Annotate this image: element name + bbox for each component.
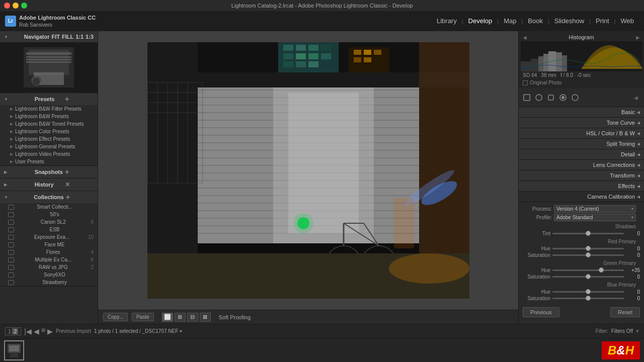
copy-button[interactable]: Copy... bbox=[103, 313, 128, 321]
view-compare-button[interactable]: ⊟ bbox=[187, 313, 198, 322]
blue-hue-slider[interactable] bbox=[552, 291, 624, 293]
filmstrip-start-button[interactable]: |◀ bbox=[24, 327, 32, 335]
tint-slider[interactable] bbox=[552, 233, 624, 234]
svg-rect-16 bbox=[321, 45, 331, 51]
red-hue-slider[interactable] bbox=[552, 248, 624, 249]
transform-label: Transform bbox=[610, 172, 635, 178]
1to1-button[interactable]: 1:1 bbox=[75, 34, 84, 40]
view-loupe-button[interactable]: ⬜ bbox=[162, 313, 173, 322]
presets-add-button[interactable]: + bbox=[65, 96, 94, 103]
view-grid-button[interactable]: ⊞ bbox=[175, 313, 186, 322]
blue-sat-slider[interactable] bbox=[552, 298, 624, 299]
red-sat-slider[interactable] bbox=[552, 254, 624, 256]
collection-faceme[interactable]: Face ME bbox=[0, 241, 98, 248]
hsl-arrow: ◀ bbox=[637, 131, 640, 136]
collections-add-button[interactable]: + bbox=[66, 194, 94, 201]
process-value-dropdown[interactable]: Version 4 (Current) ▾ bbox=[554, 205, 636, 213]
profile-value-dropdown[interactable]: Adobe Standard ▾ bbox=[554, 214, 636, 221]
collection-canonsl2[interactable]: Canon SL26 bbox=[0, 218, 98, 226]
nav-library[interactable]: Library bbox=[432, 11, 462, 31]
preset-user[interactable]: ▶User Presets bbox=[0, 158, 98, 165]
filmstrip-next-button[interactable]: ▶ bbox=[47, 327, 53, 335]
nav-web[interactable]: Web bbox=[616, 11, 639, 31]
preset-bwfilter[interactable]: ▶Lightroom B&W Filter Presets bbox=[0, 105, 98, 113]
preset-color[interactable]: ▶Lightroom Color Presets bbox=[0, 128, 98, 135]
svg-rect-89 bbox=[548, 95, 553, 100]
1to3-button[interactable]: 1:3 bbox=[86, 34, 94, 40]
collection-smart[interactable]: Smart Collecti... bbox=[0, 203, 98, 211]
transform-section-header[interactable]: Transform ◀ bbox=[519, 170, 644, 181]
snapshots-add-button[interactable]: + bbox=[65, 168, 94, 175]
preset-video[interactable]: ▶Lightroom Video Presets bbox=[0, 150, 98, 158]
collection-flores[interactable]: Flores4 bbox=[0, 248, 98, 256]
redeye-tool[interactable] bbox=[545, 92, 557, 104]
minimize-button[interactable] bbox=[13, 3, 19, 9]
close-button[interactable] bbox=[4, 3, 10, 9]
bh-b: B bbox=[608, 343, 616, 357]
collection-multiple[interactable]: Multiple Ex Ca...6 bbox=[0, 256, 98, 263]
splittoning-section-header[interactable]: Split Toning ◀ bbox=[519, 139, 644, 149]
fit-button[interactable]: FIT bbox=[51, 34, 60, 40]
preset-effect[interactable]: ▶Lightroom Effect Presets bbox=[0, 135, 98, 143]
filter-value[interactable]: Filters Off bbox=[611, 328, 633, 334]
green-hue-slider[interactable] bbox=[552, 269, 624, 271]
collection-rawvsjpg[interactable]: RAW vs JPG2 bbox=[0, 263, 98, 271]
collections-header[interactable]: ▼ Collections + bbox=[0, 191, 98, 203]
green-sat-slider[interactable] bbox=[552, 276, 624, 278]
nav-develop[interactable]: Develop bbox=[463, 11, 498, 31]
app-name: Adobe Lightroom Classic CC bbox=[19, 14, 96, 21]
paste-button[interactable]: Paste bbox=[132, 313, 154, 321]
gradient-tool[interactable] bbox=[557, 92, 569, 104]
page-1[interactable]: 1 bbox=[8, 328, 11, 334]
crop-tool[interactable] bbox=[521, 92, 533, 104]
history-clear-button[interactable]: ✕ bbox=[65, 181, 94, 188]
panel-collapse[interactable]: ◀ bbox=[630, 92, 642, 104]
collection-esb[interactable]: ESB bbox=[0, 226, 98, 233]
previous-button[interactable]: Previous bbox=[523, 307, 559, 317]
nav-map[interactable]: Map bbox=[499, 11, 521, 31]
bh-logo: B&H bbox=[602, 341, 640, 359]
original-photo-label: Original Photo bbox=[530, 80, 561, 85]
fill-button[interactable]: FILL bbox=[62, 34, 73, 40]
preset-bw[interactable]: ▶Lightroom B&W Presets bbox=[0, 113, 98, 120]
navigator-header[interactable]: ▼ Navigator FIT FILL 1:1 1:3 bbox=[0, 31, 98, 42]
collection-strawberry[interactable]: Strawberry bbox=[0, 279, 98, 286]
lens-section-header[interactable]: Lens Corrections ◀ bbox=[519, 160, 644, 170]
preset-bwtoned[interactable]: ▶Lightroom B&W Toned Presets bbox=[0, 120, 98, 128]
collection-50s[interactable]: 50's bbox=[0, 211, 98, 218]
detail-section-header[interactable]: Detail ◀ bbox=[519, 149, 644, 160]
reset-button[interactable]: Reset bbox=[610, 307, 640, 317]
filter-expand[interactable]: ▾ bbox=[636, 328, 639, 334]
original-photo-checkbox[interactable] bbox=[523, 80, 528, 85]
image-container[interactable] bbox=[98, 31, 518, 310]
brush-tool[interactable] bbox=[569, 92, 581, 104]
nav-book[interactable]: Book bbox=[523, 11, 548, 31]
collection-sony6xo[interactable]: Sony6XO bbox=[0, 271, 98, 279]
previous-import-button[interactable]: Previous Import bbox=[56, 328, 91, 334]
history-header[interactable]: ▶ History ✕ bbox=[0, 178, 98, 191]
maximize-button[interactable] bbox=[21, 3, 27, 9]
histogram-canvas bbox=[521, 41, 642, 71]
filmstrip-thumb-1[interactable] bbox=[4, 340, 24, 360]
basic-section-header[interactable]: Basic ◀ bbox=[519, 107, 644, 118]
heal-tool[interactable] bbox=[533, 92, 545, 104]
tonecurve-section-header[interactable]: Tone Curve ◀ bbox=[519, 118, 644, 128]
filmstrip-grid-button[interactable]: ⊞ bbox=[41, 327, 45, 335]
photo-info: 1 photo / 1 selected / _DSC1707.NEF ▾ bbox=[94, 328, 182, 334]
nav-slideshow[interactable]: Slideshow bbox=[549, 11, 589, 31]
snapshots-header[interactable]: ▶ Snapshots + bbox=[0, 166, 98, 178]
photo-info-dropdown[interactable]: ▾ bbox=[180, 328, 182, 334]
view-survey-button[interactable]: ⊠ bbox=[200, 313, 211, 322]
collection-exposure[interactable]: Exposure Exa...10 bbox=[0, 233, 98, 241]
window-controls[interactable] bbox=[4, 3, 27, 9]
page-2[interactable]: 2 bbox=[12, 328, 18, 334]
effects-section-header[interactable]: Effects ◀ bbox=[519, 181, 644, 192]
presets-header[interactable]: ▼ Presets + bbox=[0, 93, 98, 105]
filmstrip-prev-button[interactable]: ◀ bbox=[34, 327, 39, 335]
hsl-section-header[interactable]: HSL / Color / B & W ◀ bbox=[519, 128, 644, 139]
navigator-thumbnail[interactable] bbox=[0, 42, 98, 93]
nav-print[interactable]: Print bbox=[591, 11, 614, 31]
preset-general[interactable]: ▶Lightroom General Presets bbox=[0, 143, 98, 150]
calibration-section-header[interactable]: Camera Calibration ◀ bbox=[519, 192, 644, 202]
svg-rect-20 bbox=[321, 53, 331, 59]
